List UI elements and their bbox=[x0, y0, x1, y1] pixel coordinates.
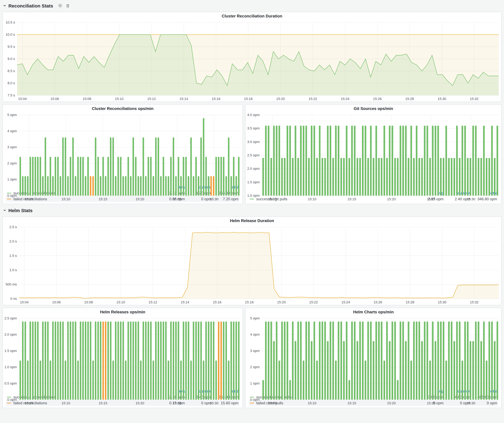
svg-text:15:04: 15:04 bbox=[18, 97, 27, 101]
svg-text:0 opm: 0 opm bbox=[7, 194, 17, 198]
svg-text:15:22: 15:22 bbox=[309, 97, 317, 101]
panel-title[interactable]: Cluster Reconciliations ops/min bbox=[92, 106, 154, 111]
svg-text:8.5 s: 8.5 s bbox=[7, 69, 15, 73]
svg-text:1 opm: 1 opm bbox=[7, 177, 17, 181]
cluster-reconciliation-duration-chart[interactable]: 15:0415:0615:0815:1015:1215:1415:1615:18… bbox=[3, 20, 501, 101]
svg-text:3 opm: 3 opm bbox=[7, 145, 17, 149]
svg-text:2.5 opm: 2.5 opm bbox=[5, 316, 17, 320]
svg-text:1.5 s: 1.5 s bbox=[9, 254, 17, 258]
svg-text:1.5 opm: 1.5 opm bbox=[247, 180, 260, 184]
svg-text:3.5 opm: 3.5 opm bbox=[247, 126, 260, 130]
svg-text:4 opm: 4 opm bbox=[7, 129, 17, 133]
panel-header: Helm Charts ops/min bbox=[246, 308, 501, 316]
svg-text:15:06: 15:06 bbox=[50, 97, 59, 101]
panel-header: Cluster Reconciliation Duration bbox=[3, 12, 501, 20]
svg-text:15:10: 15:10 bbox=[308, 197, 316, 201]
chart-svg: 15:0515:1015:1515:2015:2515:305 opm4 opm… bbox=[246, 316, 501, 406]
svg-text:15:08: 15:08 bbox=[83, 97, 91, 101]
panel-title[interactable]: Helm Releases ops/min bbox=[100, 310, 145, 314]
svg-text:15:12: 15:12 bbox=[149, 300, 157, 304]
panel-title[interactable]: Helm Charts ops/min bbox=[353, 310, 394, 314]
row-header-helm-stats[interactable]: Helm Stats bbox=[3, 206, 502, 214]
svg-text:1 opm: 1 opm bbox=[250, 382, 260, 385]
panel-header: Helm Releases ops/min bbox=[3, 308, 242, 316]
svg-text:15:16: 15:16 bbox=[213, 300, 222, 304]
svg-text:15:22: 15:22 bbox=[309, 300, 318, 304]
svg-text:15:32: 15:32 bbox=[470, 97, 479, 101]
svg-text:15:30: 15:30 bbox=[467, 401, 475, 405]
svg-text:15:08: 15:08 bbox=[84, 300, 93, 304]
svg-text:15:15: 15:15 bbox=[99, 401, 107, 405]
panel-header: Git Sources ops/min bbox=[246, 105, 501, 112]
chart-svg: 15:0515:1015:1515:2015:2515:305 opm4 opm… bbox=[3, 112, 242, 202]
svg-text:15:28: 15:28 bbox=[406, 300, 414, 304]
cluster-reconciliations-chart[interactable]: 15:0515:1015:1515:2015:2515:305 opm4 opm… bbox=[3, 112, 242, 184]
svg-text:15:10: 15:10 bbox=[116, 300, 125, 304]
svg-text:15:25: 15:25 bbox=[427, 401, 435, 405]
chevron-down-icon[interactable] bbox=[3, 209, 6, 212]
svg-text:0.5 opm: 0.5 opm bbox=[5, 382, 17, 385]
svg-text:15:24: 15:24 bbox=[341, 97, 349, 101]
svg-text:15:14: 15:14 bbox=[181, 300, 189, 304]
svg-text:15:18: 15:18 bbox=[244, 97, 253, 101]
svg-text:0 opm: 0 opm bbox=[7, 398, 17, 401]
svg-text:2.5 opm: 2.5 opm bbox=[247, 153, 260, 157]
svg-text:1.0 opm: 1.0 opm bbox=[5, 365, 17, 369]
svg-text:15:30: 15:30 bbox=[467, 197, 475, 201]
panel-title[interactable]: Helm Release Duration bbox=[230, 218, 274, 223]
helm-charts-chart[interactable]: 15:0515:1015:1515:2015:2515:305 opm4 opm… bbox=[246, 316, 501, 388]
panel-cluster-reconciliation-duration: Cluster Reconciliation Duration 15:0415:… bbox=[2, 12, 502, 102]
helm-releases-chart[interactable]: 15:0515:1015:1515:2015:2515:302.5 opm2.0… bbox=[3, 316, 242, 388]
svg-text:15:20: 15:20 bbox=[277, 300, 286, 304]
svg-text:15:05: 15:05 bbox=[25, 197, 33, 201]
chart-svg: 15:0415:0615:0815:1015:1215:1415:1615:18… bbox=[3, 225, 501, 305]
svg-text:4.0 opm: 4.0 opm bbox=[247, 113, 260, 117]
svg-text:15:10: 15:10 bbox=[308, 401, 316, 405]
dashboard-row-4: Helm Releases ops/min 15:0515:1015:1515:… bbox=[2, 308, 502, 408]
svg-text:2.0 s: 2.0 s bbox=[9, 239, 17, 243]
svg-text:2 opm: 2 opm bbox=[250, 365, 260, 369]
svg-text:15:18: 15:18 bbox=[245, 300, 253, 304]
panel-header: Helm Release Duration bbox=[3, 217, 501, 225]
svg-text:15:20: 15:20 bbox=[276, 97, 285, 101]
svg-text:15:16: 15:16 bbox=[212, 97, 220, 101]
svg-text:0 ns: 0 ns bbox=[10, 297, 17, 301]
dashboard-row-3: Helm Release Duration 15:0415:0615:0815:… bbox=[2, 217, 502, 305]
svg-text:15:24: 15:24 bbox=[342, 300, 350, 304]
svg-text:15:14: 15:14 bbox=[180, 97, 188, 101]
trash-icon[interactable] bbox=[66, 4, 70, 8]
section-title: Reconciliation Stats bbox=[8, 3, 53, 8]
gear-icon[interactable] bbox=[58, 3, 62, 8]
svg-text:15:05: 15:05 bbox=[268, 401, 277, 405]
svg-text:10.0 s: 10.0 s bbox=[6, 33, 15, 36]
svg-text:8.0 s: 8.0 s bbox=[7, 81, 15, 85]
svg-text:15:20: 15:20 bbox=[387, 401, 396, 405]
svg-text:3 opm: 3 opm bbox=[250, 349, 260, 353]
svg-text:2.5 s: 2.5 s bbox=[9, 225, 17, 229]
svg-text:15:30: 15:30 bbox=[438, 97, 446, 101]
svg-text:500 ms: 500 ms bbox=[6, 282, 17, 286]
svg-text:2.0 opm: 2.0 opm bbox=[247, 167, 260, 170]
svg-text:1.0 opm: 1.0 opm bbox=[247, 194, 260, 198]
row-header-reconciliation-stats[interactable]: Reconciliation Stats bbox=[3, 2, 502, 9]
panel-title[interactable]: Git Sources ops/min bbox=[354, 106, 393, 111]
svg-text:0 opm: 0 opm bbox=[250, 398, 260, 401]
panel-title[interactable]: Cluster Reconciliation Duration bbox=[222, 14, 282, 18]
svg-text:10.5 s: 10.5 s bbox=[6, 20, 15, 24]
panel-helm-charts: Helm Charts ops/min 15:0515:1015:1515:20… bbox=[245, 308, 502, 408]
git-sources-chart[interactable]: 15:0515:1015:1515:2015:2515:304.0 opm3.5… bbox=[246, 112, 501, 190]
helm-release-duration-chart[interactable]: 15:0415:0615:0815:1015:1215:1415:1615:18… bbox=[3, 225, 501, 305]
svg-text:9.5 s: 9.5 s bbox=[7, 45, 15, 49]
chevron-down-icon[interactable] bbox=[3, 4, 6, 7]
svg-text:15:25: 15:25 bbox=[173, 401, 181, 405]
svg-text:15:04: 15:04 bbox=[20, 300, 29, 304]
svg-text:15:30: 15:30 bbox=[210, 197, 218, 201]
chart-svg: 15:0415:0615:0815:1015:1215:1415:1615:18… bbox=[3, 20, 501, 101]
svg-text:15:20: 15:20 bbox=[136, 197, 144, 201]
svg-text:7.5 s: 7.5 s bbox=[7, 93, 15, 97]
svg-text:15:20: 15:20 bbox=[387, 197, 396, 201]
chart-svg: 15:0515:1015:1515:2015:2515:304.0 opm3.5… bbox=[246, 112, 501, 202]
panel-git-sources: Git Sources ops/min 15:0515:1015:1515:20… bbox=[245, 104, 502, 204]
svg-text:15:05: 15:05 bbox=[25, 401, 33, 405]
svg-text:15:25: 15:25 bbox=[427, 197, 435, 201]
